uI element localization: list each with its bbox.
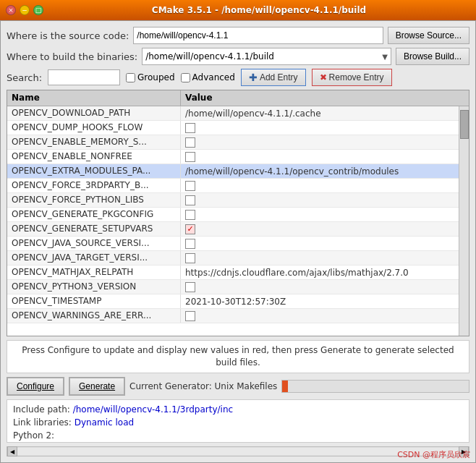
col-name-header: Name (7, 90, 181, 106)
minimize-button[interactable]: − (20, 5, 30, 15)
checkbox-unchecked-icon[interactable] (185, 137, 195, 148)
table-row[interactable]: OPENCV_DUMP_HOOKS_FLOW (7, 121, 459, 135)
configure-button[interactable]: Configure (7, 377, 64, 396)
window-title: CMake 3.5.1 - /home/will/opencv-4.1.1/bu… (48, 5, 470, 15)
cell-name: OPENCV_FORCE_PYTHON_LIBS (7, 193, 181, 207)
binaries-row: Where to build the binaries: /home/will/… (7, 48, 469, 65)
checkbox-checked-icon[interactable]: ✓ (185, 224, 195, 234)
cell-name: OPENCV_PYTHON3_VERSION (7, 280, 181, 294)
output-value: Dynamic load (75, 417, 134, 428)
output-label: Link libraries: (13, 417, 72, 428)
table-row[interactable]: OPENCV_ENABLE_NONFREE (7, 150, 459, 164)
search-input[interactable] (48, 69, 120, 85)
table-row[interactable]: OPENCV_GENERATE_PKGCONFIG (7, 208, 459, 222)
table-body[interactable]: OPENCV_DOWNLOAD_PATH/home/will/opencv-4.… (7, 106, 459, 336)
output-label: Include path: (13, 404, 70, 415)
browse-build-button[interactable]: Browse Build... (396, 48, 469, 65)
cell-name: OPENCV_JAVA_SOURCE_VERSI... (7, 237, 181, 250)
checkbox-unchecked-icon[interactable] (185, 210, 195, 220)
checkbox-unchecked-icon[interactable] (185, 152, 195, 162)
add-entry-button[interactable]: ✚ Add Entry (241, 69, 306, 86)
output-area: Include path: /home/will/opencv-4.1.1/3r… (7, 399, 469, 443)
remove-icon: ✖ (320, 72, 327, 82)
search-label: Search: (7, 72, 42, 83)
cell-value: /home/will/opencv-4.1.1/.cache (181, 106, 459, 120)
advanced-checkbox-label[interactable]: Advanced (181, 72, 235, 82)
cell-value (181, 280, 459, 294)
source-label: Where is the source code: (7, 30, 129, 41)
table-row[interactable]: OPENCV_FORCE_3RDPARTY_B... (7, 179, 459, 193)
maximize-button[interactable]: □ (33, 5, 43, 15)
cell-name: OPENCV_TIMESTAMP (7, 294, 181, 308)
output-line: Include path: /home/will/opencv-4.1.1/3r… (13, 403, 463, 416)
cell-name: OPENCV_DOWNLOAD_PATH (7, 106, 181, 120)
browse-source-button[interactable]: Browse Source... (388, 27, 469, 44)
table-row[interactable]: OPENCV_PYTHON3_VERSION (7, 280, 459, 294)
table-row[interactable]: OPENCV_EXTRA_MODULES_PA.../home/will/ope… (7, 164, 459, 179)
progress-bar (281, 380, 469, 393)
window-controls[interactable]: × − □ (6, 5, 43, 15)
cell-name: OPENCV_GENERATE_PKGCONFIG (7, 208, 181, 221)
table-row[interactable]: OPENCV_JAVA_SOURCE_VERSI... (7, 237, 459, 251)
vertical-scrollbar[interactable] (459, 106, 469, 336)
cell-name: OPENCV_EXTRA_MODULES_PA... (7, 164, 181, 178)
titlebar: × − □ CMake 3.5.1 - /home/will/opencv-4.… (0, 0, 476, 20)
binaries-input[interactable]: /home/will/opencv-4.1.1/build ▼ (142, 48, 391, 65)
scroll-left-button[interactable]: ◀ (7, 446, 17, 456)
cell-value (181, 179, 459, 192)
checkbox-unchecked-icon[interactable] (185, 239, 195, 249)
advanced-checkbox[interactable] (181, 73, 190, 82)
close-button[interactable]: × (6, 5, 16, 15)
output-line: Link libraries: Dynamic load (13, 416, 463, 429)
cell-name: OPENCV_ENABLE_MEMORY_S... (7, 135, 181, 149)
grouped-checkbox[interactable] (126, 73, 135, 82)
source-input[interactable] (133, 27, 383, 44)
cell-value: 2021-10-30T12:57:30Z (181, 294, 459, 308)
main-window: Where is the source code: Browse Source.… (0, 20, 476, 463)
checkbox-unchecked-icon[interactable] (185, 195, 195, 205)
table-row[interactable]: OPENCV_JAVA_TARGET_VERSI... (7, 251, 459, 266)
grouped-checkbox-label[interactable]: Grouped (126, 72, 175, 82)
checkbox-unchecked-icon[interactable] (185, 311, 195, 321)
table-row[interactable]: OPENCV_WARNINGS_ARE_ERR... (7, 309, 459, 323)
watermark: CSDN @程序员欣宸 (397, 449, 470, 460)
cell-value (181, 121, 459, 135)
cell-value: /home/will/opencv-4.1.1/opencv_contrib/m… (181, 164, 459, 178)
table-row[interactable]: OPENCV_MATHJAX_RELPATHhttps://cdnjs.clou… (7, 266, 459, 280)
cmake-table: Name Value OPENCV_DOWNLOAD_PATH/home/wil… (7, 90, 469, 336)
table-row[interactable]: OPENCV_TIMESTAMP2021-10-30T12:57:30Z (7, 294, 459, 309)
source-row: Where is the source code: Browse Source.… (7, 27, 469, 44)
cell-name: OPENCV_MATHJAX_RELPATH (7, 266, 181, 279)
cell-name: OPENCV_GENERATE_SETUPVARS (7, 222, 181, 236)
checkbox-unchecked-icon[interactable] (185, 181, 195, 191)
progress-fill (282, 381, 288, 392)
cell-name: OPENCV_ENABLE_NONFREE (7, 150, 181, 163)
table-row[interactable]: OPENCV_DOWNLOAD_PATH/home/will/opencv-4.… (7, 106, 459, 121)
advanced-label: Advanced (192, 72, 235, 82)
remove-entry-button[interactable]: ✖ Remove Entry (312, 69, 392, 86)
cell-name: OPENCV_JAVA_TARGET_VERSI... (7, 251, 181, 265)
generate-button[interactable]: Generate (69, 377, 125, 396)
checkbox-unchecked-icon[interactable] (185, 253, 195, 263)
scrollbar-thumb[interactable] (460, 110, 469, 139)
dropdown-arrow-icon: ▼ (382, 53, 388, 61)
search-row: Search: Grouped Advanced ✚ Add Entry ✖ R… (7, 69, 469, 86)
output-python-label: Python 2: (13, 429, 463, 442)
table-row[interactable]: OPENCV_FORCE_PYTHON_LIBS (7, 193, 459, 208)
bottom-buttons: Configure Generate Current Generator: Un… (7, 377, 469, 396)
table-row[interactable]: OPENCV_ENABLE_MEMORY_S... (7, 135, 459, 150)
cell-name: OPENCV_WARNINGS_ARE_ERR... (7, 309, 181, 323)
cell-value (181, 309, 459, 323)
table-row[interactable]: OPENCV_GENERATE_SETUPVARS✓ (7, 222, 459, 237)
checkbox-unchecked-icon[interactable] (185, 282, 195, 292)
cell-name: OPENCV_FORCE_3RDPARTY_B... (7, 179, 181, 192)
cell-value (181, 208, 459, 221)
add-icon: ✚ (249, 72, 258, 83)
checkbox-unchecked-icon[interactable] (185, 123, 195, 133)
h-scrollbar-track (17, 448, 459, 455)
cell-value (181, 193, 459, 207)
cell-value: ✓ (181, 222, 459, 236)
col-value-header: Value (181, 90, 469, 106)
cell-value: https://cdnjs.cloudflare.com/ajax/libs/m… (181, 266, 459, 279)
output-value: /home/will/opencv-4.1.1/3rdparty/inc (73, 404, 233, 415)
